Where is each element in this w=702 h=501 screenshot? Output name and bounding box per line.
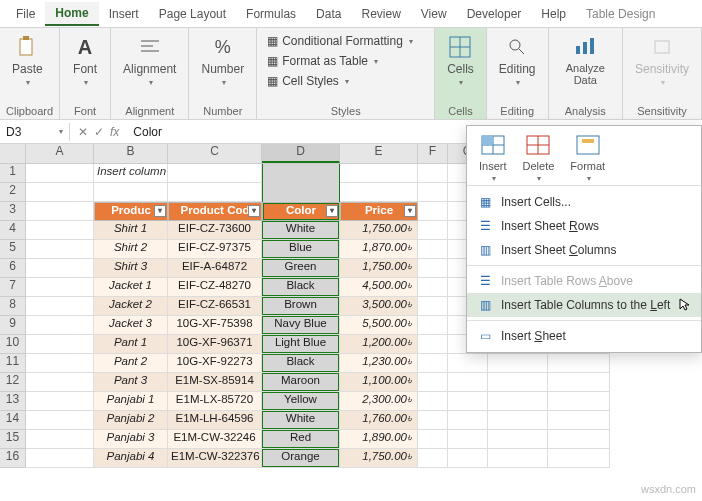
cell-price[interactable]: 1,750.00৳ — [340, 221, 418, 240]
format-as-table-button[interactable]: ▦Format as Table▾ — [263, 52, 428, 70]
cell-price[interactable]: 1,760.00৳ — [340, 411, 418, 430]
tab-table-design[interactable]: Table Design — [576, 3, 665, 25]
cell[interactable] — [548, 430, 610, 449]
cell[interactable] — [488, 449, 548, 468]
cell[interactable] — [340, 183, 418, 202]
row-head[interactable]: 6 — [0, 259, 26, 278]
cell-color[interactable]: Blue — [262, 240, 340, 259]
cell-color[interactable]: Black — [262, 278, 340, 297]
cell-color[interactable]: Black — [262, 354, 340, 373]
title-cell[interactable]: Insert column to formatted table — [94, 164, 168, 183]
cell-code[interactable]: EIF-CZ-97375 — [168, 240, 262, 259]
tab-data[interactable]: Data — [306, 3, 351, 25]
editing-button[interactable]: Editing ▾ — [493, 32, 542, 89]
cell[interactable] — [26, 259, 94, 278]
cancel-icon[interactable]: ✕ — [78, 125, 88, 139]
row-head[interactable]: 14 — [0, 411, 26, 430]
row-head[interactable]: 13 — [0, 392, 26, 411]
cell-price[interactable]: 1,100.00৳ — [340, 373, 418, 392]
cell[interactable] — [26, 183, 94, 202]
cell-product[interactable]: Shirt 2 — [94, 240, 168, 259]
cell-product[interactable]: Pant 2 — [94, 354, 168, 373]
cell[interactable] — [548, 392, 610, 411]
cell[interactable] — [26, 164, 94, 183]
cell[interactable] — [448, 373, 488, 392]
cell[interactable] — [26, 430, 94, 449]
cell[interactable] — [340, 164, 418, 183]
number-button[interactable]: % Number ▾ — [195, 32, 250, 89]
cell-product[interactable]: Panjabi 3 — [94, 430, 168, 449]
cell[interactable] — [26, 316, 94, 335]
row-head[interactable]: 11 — [0, 354, 26, 373]
cell[interactable] — [26, 354, 94, 373]
row-head[interactable]: 12 — [0, 373, 26, 392]
cell-price[interactable]: 1,230.00৳ — [340, 354, 418, 373]
cell-product[interactable]: Panjabi 4 — [94, 449, 168, 468]
analyze-data-button[interactable]: Analyze Data — [555, 32, 616, 88]
cell[interactable] — [26, 411, 94, 430]
row-head[interactable]: 2 — [0, 183, 26, 202]
cell-code[interactable]: E1M-LH-64596 — [168, 411, 262, 430]
col-head-a[interactable]: A — [26, 144, 94, 163]
cell[interactable] — [26, 202, 94, 221]
row-head[interactable]: 16 — [0, 449, 26, 468]
tab-insert[interactable]: Insert — [99, 3, 149, 25]
cell[interactable] — [448, 449, 488, 468]
cell-code[interactable]: E1M-CW-32246 — [168, 430, 262, 449]
cell[interactable] — [548, 449, 610, 468]
cell[interactable] — [548, 373, 610, 392]
cell-product[interactable]: Pant 3 — [94, 373, 168, 392]
menu-item-cells[interactable]: ▦Insert Cells... — [467, 190, 701, 214]
cell[interactable] — [488, 430, 548, 449]
name-box[interactable]: D3▾ — [0, 123, 70, 141]
cell-color[interactable]: Light Blue — [262, 335, 340, 354]
col-head-f[interactable]: F — [418, 144, 448, 163]
cell-price[interactable]: 3,500.00৳ — [340, 297, 418, 316]
row-head[interactable]: 10 — [0, 335, 26, 354]
font-button[interactable]: A Font ▾ — [66, 32, 104, 89]
cell[interactable] — [26, 335, 94, 354]
cell[interactable] — [262, 183, 340, 202]
col-head-c[interactable]: C — [168, 144, 262, 163]
col-head-e[interactable]: E — [340, 144, 418, 163]
cell-product[interactable]: Shirt 1 — [94, 221, 168, 240]
cell[interactable] — [548, 354, 610, 373]
cell-code[interactable]: EIF-CZ-73600 — [168, 221, 262, 240]
enter-icon[interactable]: ✓ — [94, 125, 104, 139]
cell[interactable] — [418, 297, 448, 316]
cell[interactable] — [488, 354, 548, 373]
cell[interactable] — [418, 316, 448, 335]
cell-product[interactable]: Pant 1 — [94, 335, 168, 354]
cell[interactable] — [418, 354, 448, 373]
cell[interactable] — [418, 411, 448, 430]
row-head[interactable]: 8 — [0, 297, 26, 316]
th-code[interactable]: Product Cod▾ — [168, 202, 262, 221]
fx-icon[interactable]: fx — [110, 125, 119, 139]
cell-code[interactable]: E1M-LX-85720 — [168, 392, 262, 411]
cell[interactable] — [418, 259, 448, 278]
th-product[interactable]: Produc▾ — [94, 202, 168, 221]
cell-price[interactable]: 1,870.00৳ — [340, 240, 418, 259]
cell-code[interactable]: E1M-CW-322376 — [168, 449, 262, 468]
cell-code[interactable]: 10G-XF-92273 — [168, 354, 262, 373]
tab-developer[interactable]: Developer — [457, 3, 532, 25]
cell-code[interactable]: E1M-SX-85914 — [168, 373, 262, 392]
tab-page-layout[interactable]: Page Layout — [149, 3, 236, 25]
tab-view[interactable]: View — [411, 3, 457, 25]
paste-button[interactable]: Paste ▾ — [6, 32, 49, 89]
col-head-d[interactable]: D — [262, 144, 340, 163]
cell[interactable] — [418, 202, 448, 221]
th-color[interactable]: Color▾ — [262, 202, 340, 221]
cell[interactable] — [168, 183, 262, 202]
cell-price[interactable]: 1,750.00৳ — [340, 449, 418, 468]
cell[interactable] — [418, 449, 448, 468]
cell-product[interactable]: Jacket 3 — [94, 316, 168, 335]
cell-code[interactable]: EIF-CZ-48270 — [168, 278, 262, 297]
tab-review[interactable]: Review — [351, 3, 410, 25]
cell-product[interactable]: Shirt 3 — [94, 259, 168, 278]
cell-price[interactable]: 5,500.00৳ — [340, 316, 418, 335]
cell-color[interactable]: Maroon — [262, 373, 340, 392]
row-head[interactable]: 4 — [0, 221, 26, 240]
tab-file[interactable]: File — [6, 3, 45, 25]
cell[interactable] — [448, 411, 488, 430]
